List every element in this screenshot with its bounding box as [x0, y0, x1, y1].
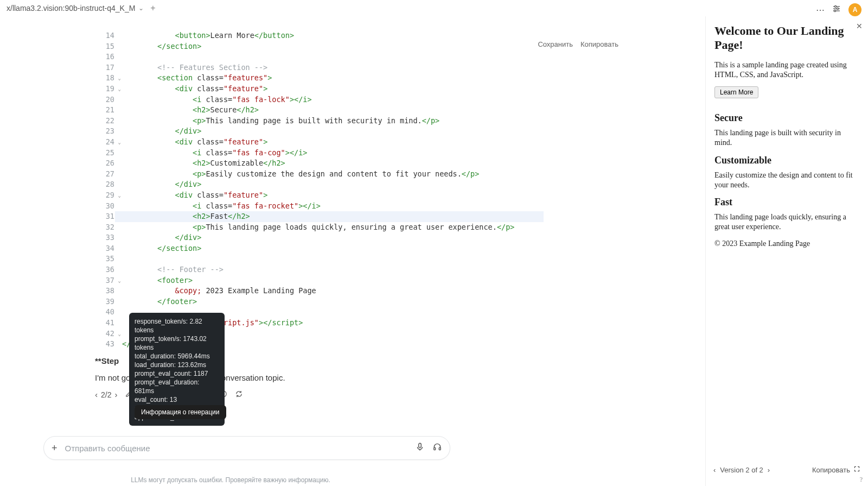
generation-info-label: Информация о генерации [135, 405, 226, 419]
learn-more-button[interactable]: Learn More [714, 86, 758, 98]
expand-icon[interactable] [853, 465, 860, 474]
code-editor[interactable]: 1415161718⌄19⌄2021222324⌄2526272829⌄3031… [0, 16, 705, 350]
more-icon[interactable]: ⋯ [816, 5, 825, 15]
avatar[interactable]: A [848, 3, 861, 16]
next-response-button[interactable]: › [114, 390, 117, 399]
svg-point-5 [834, 10, 835, 11]
mic-icon[interactable] [415, 442, 425, 455]
preview-pane: ← ✕ Welcome to Our Landing Page! This is… [705, 16, 868, 486]
regenerate-icon[interactable] [235, 390, 243, 400]
version-prev-button[interactable]: ‹ [713, 466, 716, 474]
preview-p-secure: This landing page is built with security… [714, 128, 859, 148]
disclaimer: LLMs могут допускать ошибки. Проверяйте … [0, 476, 461, 484]
version-next-button[interactable]: › [768, 466, 770, 474]
message-input-bar[interactable]: + [43, 436, 450, 460]
settings-sliders-icon[interactable] [832, 4, 841, 15]
step-label: **Step [95, 356, 119, 365]
preview-p-custom: Easily customize the design and content … [714, 171, 859, 190]
svg-rect-14 [439, 447, 441, 450]
message-input[interactable] [65, 444, 407, 453]
preview-p-fast: This landing page loads quickly, ensurin… [714, 212, 859, 232]
close-icon[interactable]: ✕ [856, 22, 863, 31]
headphones-icon[interactable] [432, 442, 442, 455]
preview-title: Welcome to Our Landing Page! [714, 24, 859, 53]
svg-rect-13 [434, 447, 436, 450]
svg-rect-12 [419, 443, 422, 447]
model-selector[interactable]: x/llama3.2.vision:90b-instruct-q4_K_M [7, 4, 135, 12]
copy-version-button[interactable]: Копировать [812, 466, 850, 474]
preview-h-fast: Fast [714, 197, 859, 208]
prev-response-button[interactable]: ‹ [95, 390, 98, 399]
attach-button[interactable]: + [52, 443, 58, 454]
new-tab-button[interactable]: + [150, 3, 155, 13]
preview-h-secure: Secure [714, 112, 859, 124]
version-label: Version 2 of 2 [720, 466, 763, 474]
preview-intro: This is a sample landing page created us… [714, 60, 859, 80]
preview-h-custom: Customizable [714, 155, 859, 166]
svg-point-1 [834, 5, 836, 7]
pager-label: 2/2 [101, 390, 111, 399]
svg-point-3 [837, 8, 838, 9]
back-icon[interactable]: ← [716, 24, 724, 34]
preview-footer: © 2023 Example Landing Page [714, 239, 859, 248]
chevron-down-icon[interactable]: ⌄ [138, 4, 144, 12]
help-icon[interactable]: ? [860, 476, 863, 484]
